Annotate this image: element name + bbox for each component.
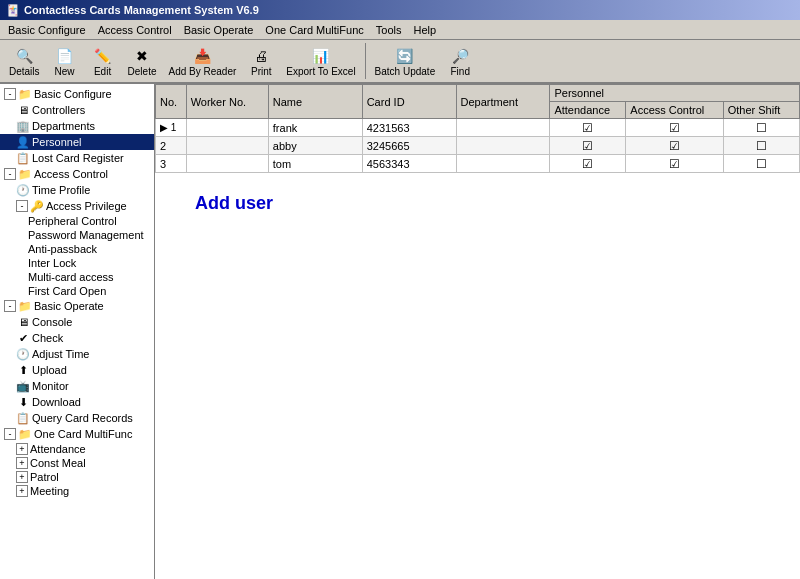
delete-icon: ✖ <box>132 46 152 66</box>
menu-basic-operate[interactable]: Basic Operate <box>178 22 260 38</box>
sidebar-label-meeting: Meeting <box>30 485 69 497</box>
sidebar-label-access-privilege: Access Privilege <box>46 200 127 212</box>
attendance-2: ☑ <box>550 137 626 155</box>
console-icon: 🖥 <box>16 315 30 329</box>
access-control-3: ☑ <box>626 155 723 173</box>
worker-no-2 <box>186 137 268 155</box>
expand-attendance[interactable]: + <box>16 443 28 455</box>
sidebar-item-anti-passback[interactable]: Anti-passback <box>0 242 154 256</box>
menu-access-control[interactable]: Access Control <box>92 22 178 38</box>
personnel-group-header: Personnel <box>550 85 800 102</box>
access-privilege-icon: 🔑 <box>30 199 44 213</box>
content-area: No. Worker No. Name Card ID Department P… <box>155 84 800 579</box>
menu-one-card[interactable]: One Card MultiFunc <box>259 22 369 38</box>
new-button[interactable]: 📄 New <box>47 41 83 81</box>
download-icon: ⬇ <box>16 395 30 409</box>
batch-update-icon: 🔄 <box>395 46 415 66</box>
other-shift-1: ☐ <box>723 119 799 137</box>
sidebar-item-access-control[interactable]: - 📁 Access Control <box>0 166 154 182</box>
batch-update-button[interactable]: 🔄 Batch Update <box>370 41 441 81</box>
sidebar-item-adjust-time[interactable]: 🕐 Adjust Time <box>0 346 154 362</box>
print-label: Print <box>251 66 272 77</box>
sidebar-item-attendance[interactable]: + Attendance <box>0 442 154 456</box>
menu-basic-configure[interactable]: Basic Configure <box>2 22 92 38</box>
expand-one-card-multifunc[interactable]: - <box>4 428 16 440</box>
sidebar-item-monitor[interactable]: 📺 Monitor <box>0 378 154 394</box>
sidebar-item-query-card-records[interactable]: 📋 Query Card Records <box>0 410 154 426</box>
check-icon: ✔ <box>16 331 30 345</box>
sidebar-item-departments[interactable]: 🏢 Departments <box>0 118 154 134</box>
other-shift-3: ☐ <box>723 155 799 173</box>
expand-access-control[interactable]: - <box>4 168 16 180</box>
sidebar-item-password-management[interactable]: Password Management <box>0 228 154 242</box>
sidebar-item-first-card-open[interactable]: First Card Open <box>0 284 154 298</box>
basic-operate-folder-icon: 📁 <box>18 299 32 313</box>
sidebar-item-lost-card-register[interactable]: 📋 Lost Card Register <box>0 150 154 166</box>
expand-access-privilege[interactable]: - <box>16 200 28 212</box>
details-button[interactable]: 🔍 Details <box>4 41 45 81</box>
sidebar-item-patrol[interactable]: + Patrol <box>0 470 154 484</box>
find-button[interactable]: 🔎 Find <box>442 41 478 81</box>
expand-meeting[interactable]: + <box>16 485 28 497</box>
sidebar-item-one-card-multifunc[interactable]: - 📁 One Card MultiFunc <box>0 426 154 442</box>
sidebar-item-access-privilege[interactable]: - 🔑 Access Privilege <box>0 198 154 214</box>
sidebar-item-peripheral-control[interactable]: Peripheral Control <box>0 214 154 228</box>
sidebar-item-inter-lock[interactable]: Inter Lock <box>0 256 154 270</box>
sidebar-item-const-meal[interactable]: + Const Meal <box>0 456 154 470</box>
sidebar-item-basic-operate[interactable]: - 📁 Basic Operate <box>0 298 154 314</box>
sidebar-item-time-profile[interactable]: 🕐 Time Profile <box>0 182 154 198</box>
sidebar-label-monitor: Monitor <box>32 380 69 392</box>
table-row[interactable]: 3 tom 4563343 ☑ ☑ ☐ <box>156 155 800 173</box>
access-control-2: ☑ <box>626 137 723 155</box>
sidebar-label-patrol: Patrol <box>30 471 59 483</box>
worker-no-3 <box>186 155 268 173</box>
lost-card-icon: 📋 <box>16 151 30 165</box>
sidebar-label-upload: Upload <box>32 364 67 376</box>
print-button[interactable]: 🖨 Print <box>243 41 279 81</box>
sidebar-item-multi-card-access[interactable]: Multi-card access <box>0 270 154 284</box>
expand-const-meal[interactable]: + <box>16 457 28 469</box>
add-by-reader-button[interactable]: 📥 Add By Reader <box>163 41 241 81</box>
sidebar-label-basic-operate: Basic Operate <box>34 300 104 312</box>
access-control-1: ☑ <box>626 119 723 137</box>
sidebar-item-check[interactable]: ✔ Check <box>0 330 154 346</box>
col-department: Department <box>456 85 550 119</box>
sidebar-item-console[interactable]: 🖥 Console <box>0 314 154 330</box>
expand-basic-operate[interactable]: - <box>4 300 16 312</box>
batch-update-label: Batch Update <box>375 66 436 77</box>
sidebar-item-download[interactable]: ⬇ Download <box>0 394 154 410</box>
menu-tools[interactable]: Tools <box>370 22 408 38</box>
sidebar-label-download: Download <box>32 396 81 408</box>
table-row[interactable]: ▶ 1 frank 4231563 ☑ ☑ ☐ <box>156 119 800 137</box>
edit-icon: ✏️ <box>93 46 113 66</box>
edit-button[interactable]: ✏️ Edit <box>85 41 121 81</box>
sidebar-label-departments: Departments <box>32 120 95 132</box>
expand-patrol[interactable]: + <box>16 471 28 483</box>
other-shift-2: ☐ <box>723 137 799 155</box>
row-no-2: 2 <box>156 137 187 155</box>
sidebar-label-query-card-records: Query Card Records <box>32 412 133 424</box>
expand-basic-configure[interactable]: - <box>4 88 16 100</box>
col-no: No. <box>156 85 187 119</box>
sidebar-item-controllers[interactable]: 🖥 Controllers <box>0 102 154 118</box>
table-row[interactable]: 2 abby 3245665 ☑ ☑ ☐ <box>156 137 800 155</box>
toolbar: 🔍 Details 📄 New ✏️ Edit ✖ Delete 📥 Add B… <box>0 40 800 84</box>
sidebar-item-upload[interactable]: ⬆ Upload <box>0 362 154 378</box>
query-card-icon: 📋 <box>16 411 30 425</box>
sidebar-label-multi-card-access: Multi-card access <box>28 271 114 283</box>
sidebar-label-lost-card-register: Lost Card Register <box>32 152 124 164</box>
export-to-excel-button[interactable]: 📊 Export To Excel <box>281 41 360 81</box>
sidebar-item-personnel[interactable]: 👤 Personnel <box>0 134 154 150</box>
menu-help[interactable]: Help <box>407 22 442 38</box>
sidebar-item-basic-configure[interactable]: - 📁 Basic Configure <box>0 86 154 102</box>
sidebar-item-meeting[interactable]: + Meeting <box>0 484 154 498</box>
title-bar-icon: 🃏 <box>6 4 20 17</box>
delete-button[interactable]: ✖ Delete <box>123 41 162 81</box>
card-id-1: 4231563 <box>362 119 456 137</box>
sidebar-label-peripheral-control: Peripheral Control <box>28 215 117 227</box>
adjust-time-icon: 🕐 <box>16 347 30 361</box>
export-to-excel-label: Export To Excel <box>286 66 355 77</box>
controllers-icon: 🖥 <box>16 103 30 117</box>
details-label: Details <box>9 66 40 77</box>
name-1: frank <box>268 119 362 137</box>
